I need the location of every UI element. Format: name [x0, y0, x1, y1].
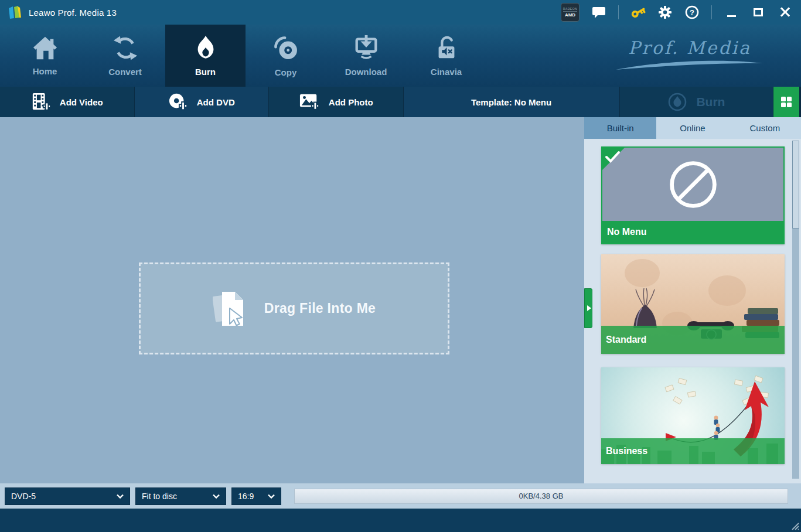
aspect-ratio-select[interactable]: 16:9: [231, 487, 281, 505]
home-icon: [32, 35, 59, 61]
no-menu-icon: [666, 158, 720, 212]
check-icon: [605, 150, 622, 165]
main-nav: Home Convert Burn Copy: [0, 25, 801, 87]
add-video-button[interactable]: Add Video: [0, 87, 135, 117]
tab-built-in[interactable]: Built-in: [584, 117, 656, 139]
panel-collapse-button[interactable]: [584, 288, 592, 328]
no-menu-preview: [602, 148, 783, 221]
selected-check-badge: [602, 148, 625, 170]
template-name: No Menu: [602, 221, 783, 243]
template-card-no-menu[interactable]: No Menu: [601, 146, 785, 244]
nav-label: Burn: [195, 67, 216, 77]
file-list-canvas: Drag File Into Me: [0, 117, 584, 483]
brand-swoosh: [615, 58, 765, 71]
drag-file-dropzone[interactable]: Drag File Into Me: [139, 262, 449, 354]
svg-text:?: ?: [690, 8, 694, 17]
window-title: Leawo Prof. Media 13: [29, 8, 117, 18]
action-toolbar: Add Video Add DVD Add Photo Template: No…: [0, 87, 801, 117]
fit-mode-value: Fit to disc: [142, 492, 213, 501]
template-name-text: Standard: [606, 335, 646, 345]
template-card-business[interactable]: Business: [601, 367, 785, 464]
nav-label: Copy: [275, 67, 297, 77]
maximize-button[interactable]: [751, 5, 766, 20]
add-dvd-icon: [168, 92, 188, 112]
tab-custom[interactable]: Custom: [729, 117, 801, 139]
burn-circle-icon: [667, 92, 687, 112]
capacity-text: 0KB/4.38 GB: [519, 492, 564, 500]
nav-label: Convert: [108, 67, 142, 77]
chevron-down-icon: [213, 494, 220, 499]
add-video-label: Add Video: [60, 97, 103, 107]
template-scrollbar[interactable]: [792, 141, 799, 479]
tab-label: Online: [680, 123, 705, 133]
add-photo-label: Add Photo: [329, 97, 373, 107]
chat-icon[interactable]: [591, 5, 606, 20]
template-panel: Built-in Online Custom: [584, 117, 801, 483]
template-name-text: No Menu: [607, 227, 647, 237]
scrollbar-thumb[interactable]: [792, 141, 799, 229]
status-bar: [0, 509, 801, 532]
template-card-standard[interactable]: Standard: [601, 254, 785, 354]
add-dvd-button[interactable]: Add DVD: [135, 87, 270, 117]
template-list: No Menu: [584, 139, 801, 464]
tab-label: Custom: [749, 123, 780, 133]
titlebar-separator: [711, 5, 712, 19]
fit-mode-select[interactable]: Fit to disc: [135, 487, 226, 505]
key-icon[interactable]: [630, 5, 646, 20]
add-photo-button[interactable]: Add Photo: [269, 87, 404, 117]
close-button[interactable]: [778, 5, 793, 20]
panel-collapse-arrow-icon: [587, 305, 591, 311]
main-area: Drag File Into Me Built-in Online Custom: [0, 117, 801, 483]
brand-text: Prof. Media: [615, 37, 765, 58]
template-name: Standard: [601, 326, 785, 354]
disc-type-select[interactable]: DVD-5: [5, 487, 130, 505]
add-photo-icon: [299, 92, 320, 112]
minimize-button[interactable]: [724, 5, 739, 20]
burn-button-label: Burn: [696, 95, 725, 109]
gear-icon[interactable]: [657, 5, 673, 20]
drag-file-icon: [213, 289, 249, 328]
leawo-logo-icon: [7, 5, 23, 20]
nav-item-download[interactable]: Download: [326, 25, 406, 87]
help-icon[interactable]: ?: [684, 5, 700, 20]
dropzone-label: Drag File Into Me: [264, 301, 376, 316]
aspect-ratio-value: 16:9: [238, 492, 268, 501]
template-grid-button[interactable]: [773, 87, 799, 117]
disc-type-value: DVD-5: [11, 492, 117, 501]
nav-label: Home: [33, 66, 57, 76]
app-window: Leawo Prof. Media 13 RADEON AMD: [0, 0, 801, 532]
nav-label: Download: [345, 67, 387, 77]
template-label: Template: No Menu: [471, 97, 551, 107]
title-bar: Leawo Prof. Media 13 RADEON AMD: [0, 0, 801, 25]
tab-label: Built-in: [607, 123, 634, 133]
amd-badge: RADEON AMD: [561, 3, 580, 22]
burn-flame-icon: [192, 35, 219, 62]
disc-capacity-bar: 0KB/4.38 GB: [294, 489, 788, 504]
template-tabs: Built-in Online Custom: [584, 117, 801, 139]
convert-icon: [112, 35, 139, 62]
nav-item-copy[interactable]: Copy: [246, 25, 326, 87]
add-video-icon: [31, 92, 51, 112]
add-dvd-label: Add DVD: [197, 97, 235, 107]
nav-item-cinavia[interactable]: Cinavia: [406, 25, 486, 87]
cinavia-lock-icon: [433, 35, 460, 62]
bottom-bar: DVD-5 Fit to disc 16:9 0KB/4.38 GB: [0, 483, 801, 509]
grid-icon: [779, 95, 793, 109]
template-name-text: Business: [606, 446, 647, 456]
download-icon: [353, 35, 380, 62]
amd-badge-top-text: RADEON: [563, 8, 577, 12]
nav-item-home[interactable]: Home: [5, 25, 85, 87]
chevron-down-icon: [268, 494, 275, 499]
titlebar-separator: [618, 5, 619, 19]
copy-disc-icon: [272, 34, 300, 62]
nav-label: Cinavia: [431, 67, 462, 77]
nav-item-burn[interactable]: Burn: [165, 25, 246, 87]
template-selector[interactable]: Template: No Menu: [404, 87, 620, 117]
burn-button[interactable]: Burn: [620, 87, 773, 117]
resize-grip-icon[interactable]: [790, 521, 799, 530]
tab-online[interactable]: Online: [656, 117, 728, 139]
brand-signature: Prof. Media: [615, 37, 765, 73]
nav-item-convert[interactable]: Convert: [85, 25, 165, 87]
template-name: Business: [601, 438, 785, 464]
chevron-down-icon: [117, 494, 124, 499]
